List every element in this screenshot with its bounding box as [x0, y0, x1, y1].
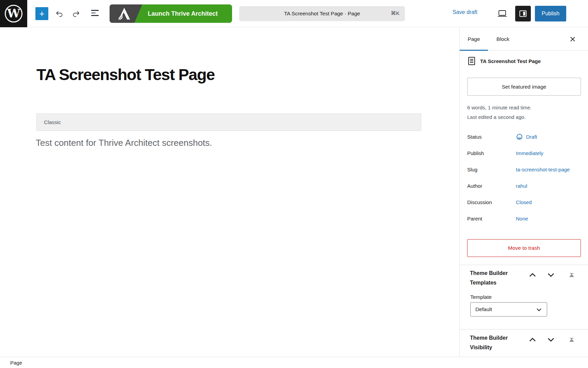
divider	[460, 329, 588, 329]
chevron-down-icon	[547, 272, 555, 278]
settings-sidebar: Page Block TA Screenshot Test Page Set f…	[459, 28, 588, 357]
chevron-down-icon	[536, 307, 542, 312]
divider	[460, 265, 588, 265]
panel-title: Theme Builder Templates	[470, 269, 521, 288]
wordpress-icon: W	[5, 5, 22, 22]
preview-button[interactable]	[496, 9, 508, 19]
page-body-text[interactable]: Test content for Thrive Architect screen…	[36, 138, 212, 148]
status-row: Status Draft	[467, 133, 581, 140]
block-inserter-button[interactable]: +	[35, 7, 48, 20]
tab-block[interactable]: Block	[488, 28, 518, 50]
launch-thrive-architect-label: Launch Thrive Architect	[110, 10, 232, 17]
slug-value-link[interactable]: ta-screenshot-test-page	[516, 166, 570, 173]
wordpress-editor-screen: W +	[0, 0, 588, 368]
publish-row: Publish Immediately	[467, 150, 581, 157]
list-view-icon	[91, 10, 99, 16]
page-title[interactable]: TA Screenshot Test Page	[36, 65, 215, 84]
publish-value-link[interactable]: Immediately	[516, 150, 543, 157]
parent-value-link[interactable]: None	[516, 215, 528, 222]
undo-button[interactable]	[54, 10, 63, 18]
draft-status-icon	[516, 133, 523, 140]
move-to-trash-button[interactable]: Move to trash	[467, 239, 581, 257]
launch-thrive-architect-button[interactable]: Launch Thrive Architect	[110, 4, 232, 23]
summary-fields: Status Draft Publish Immediately Slug ta…	[467, 133, 581, 231]
tab-page[interactable]: Page	[460, 28, 488, 50]
redo-button[interactable]	[72, 10, 81, 18]
panel-toggle-triangle-icon[interactable]	[569, 338, 574, 342]
parent-label: Parent	[467, 215, 516, 222]
publish-label: Publish	[467, 150, 516, 157]
template-select[interactable]: Default	[470, 302, 547, 317]
document-summary-row: TA Screenshot Test Page	[467, 56, 581, 66]
close-icon	[569, 35, 581, 43]
status-value-link[interactable]: Draft	[526, 133, 537, 140]
panel-title: Theme Builder Visibility	[470, 333, 521, 352]
sidebar-tabs: Page Block	[460, 28, 588, 50]
redo-icon	[72, 10, 81, 18]
settings-sidebar-toggle-button[interactable]	[515, 6, 531, 21]
command-palette-button[interactable]: TA Screenshot Test Page · Page ⌘K	[239, 6, 405, 21]
document-meta: 6 words, 1 minute read time. Last edited…	[467, 103, 532, 122]
list-view-button[interactable]	[91, 10, 99, 18]
classic-block[interactable]: Classic	[36, 113, 421, 131]
document-title: TA Screenshot Test Page	[480, 58, 541, 64]
command-palette-title: TA Screenshot Test Page · Page	[284, 11, 360, 17]
discussion-label: Discussion	[467, 199, 516, 206]
move-panel-down-button[interactable]	[546, 336, 556, 343]
desktop-preview-icon	[496, 9, 508, 19]
author-value-link[interactable]: rahul	[516, 182, 527, 189]
move-panel-up-button[interactable]	[528, 271, 537, 279]
breadcrumb[interactable]: Page	[10, 360, 22, 366]
move-panel-up-button[interactable]	[528, 336, 537, 343]
publish-button[interactable]: Publish	[535, 6, 566, 21]
plus-icon: +	[39, 9, 44, 19]
sidebar-panel-icon	[519, 9, 527, 18]
discussion-row: Discussion Closed	[467, 199, 581, 206]
discussion-value-link[interactable]: Closed	[516, 199, 532, 206]
chevron-up-icon	[528, 272, 537, 278]
wordpress-logo-button[interactable]: W	[0, 0, 27, 27]
slug-label: Slug	[467, 166, 516, 173]
template-field-label: Template	[470, 294, 492, 300]
set-featured-image-button[interactable]: Set featured image	[467, 78, 581, 96]
template-select-value: Default	[475, 306, 492, 312]
chevron-down-icon	[547, 337, 555, 343]
classic-block-label: Classic	[44, 119, 61, 125]
status-label: Status	[467, 133, 516, 140]
editor-topbar: W +	[0, 0, 588, 27]
chevron-up-icon	[528, 337, 537, 343]
slug-row: Slug ta-screenshot-test-page	[467, 166, 581, 173]
save-draft-button[interactable]: Save draft	[453, 9, 477, 15]
document-icon	[467, 56, 476, 66]
document-actions-button[interactable]	[578, 60, 581, 62]
editor-canvas: TA Screenshot Test Page Classic Test con…	[0, 28, 459, 357]
command-shortcut-hint: ⌘K	[391, 10, 399, 16]
author-label: Author	[467, 182, 516, 189]
close-sidebar-button[interactable]	[569, 33, 581, 45]
panel-toggle-triangle-icon[interactable]	[569, 273, 574, 277]
options-menu-button[interactable]	[571, 7, 583, 20]
last-edited-text: Last edited a second ago.	[467, 112, 532, 122]
document-breadcrumb-bar: Page	[0, 357, 588, 368]
author-row: Author rahul	[467, 182, 581, 189]
move-panel-down-button[interactable]	[546, 271, 556, 279]
word-count-text: 6 words, 1 minute read time.	[467, 103, 532, 112]
parent-row: Parent None	[467, 215, 581, 222]
undo-icon	[54, 10, 63, 18]
